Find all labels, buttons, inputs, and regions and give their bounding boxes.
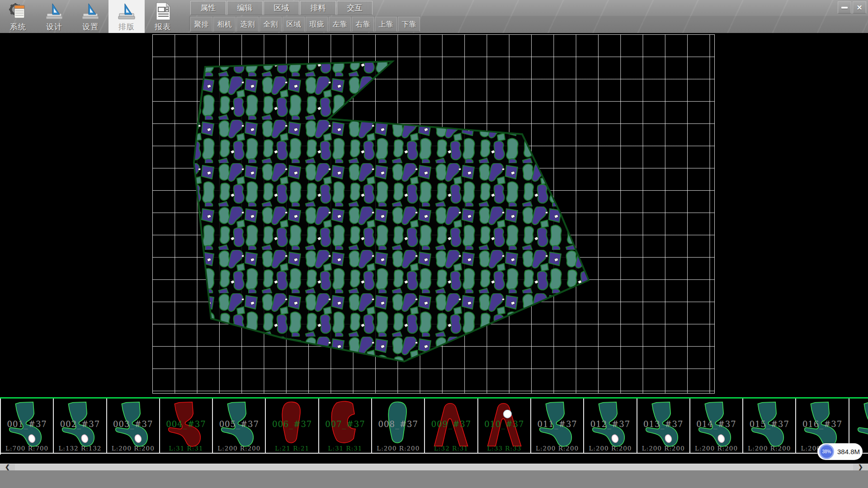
menu-item-交互[interactable]: 交互 — [337, 1, 373, 15]
memory-value: 384.8M — [837, 443, 860, 460]
nesting-canvas[interactable] — [0, 33, 868, 397]
main-button-group: 系统 设计 设置 排版 — [0, 0, 181, 33]
pattern-id: 005_#37 — [213, 419, 265, 429]
tool-button-左靠[interactable]: 左靠 — [329, 17, 351, 32]
tool-button-聚排[interactable]: 聚排 — [190, 17, 212, 32]
close-button[interactable]: ✕ — [853, 1, 866, 14]
toolbar: 系统 设计 设置 排版 — [0, 0, 868, 33]
pattern-lr-count: L:33 R:33 — [478, 445, 530, 452]
set-square-icon — [80, 2, 100, 21]
window-controls: ✕ — [838, 1, 866, 14]
pattern-thumbnail[interactable]: 011_#37 L:200 R:200 — [531, 399, 584, 454]
pattern-lr-count: L:21 R:21 — [266, 445, 318, 452]
pattern-id: 006_#37 — [266, 419, 318, 429]
main-button-报表[interactable]: 报表 — [145, 0, 181, 33]
pattern-id: 015_#37 — [743, 419, 795, 429]
pattern-id: 014_#37 — [690, 419, 742, 429]
pattern-lr-count: L:200 R:200 — [107, 445, 159, 452]
pattern-id: 003_#37 — [107, 419, 159, 429]
pattern-id: 008_#37 — [372, 419, 424, 429]
minimize-button[interactable] — [838, 1, 851, 14]
main-button-设置[interactable]: 设置 — [72, 0, 108, 33]
pattern-id: 013_#37 — [637, 419, 689, 429]
leather-hide[interactable] — [0, 33, 868, 397]
pattern-lr-count: L:31 R:31 — [160, 445, 212, 452]
pattern-id: 010_#37 — [478, 419, 530, 429]
pattern-lr-count: L:32 R:31 — [425, 445, 477, 452]
pattern-thumbnail[interactable]: 005_#37 L:200 R:200 — [213, 399, 266, 454]
main-button-label: 系统 — [10, 22, 26, 32]
set-square-icon — [117, 2, 137, 21]
menu-row-2: 聚排相机选割全割区域瑕疵左靠右靠上靠下靠 — [190, 17, 420, 32]
memory-badge[interactable]: 38% 384.8M — [817, 443, 863, 460]
pattern-lr-count: L:200 R:200 — [531, 445, 583, 452]
scroll-left-arrow[interactable]: ❮ — [0, 464, 15, 471]
tool-button-相机[interactable]: 相机 — [213, 17, 236, 32]
main-button-排版[interactable]: 排版 — [108, 0, 145, 33]
pattern-lr-count: L:200 R:200 — [690, 445, 742, 452]
menu-item-区域[interactable]: 区域 — [264, 1, 299, 15]
hide-pieces — [194, 61, 589, 361]
pattern-lr-count: L:200 R:200 — [743, 445, 795, 452]
pattern-id: 002_#37 — [54, 419, 106, 429]
pattern-id: 007_#37 — [319, 419, 371, 429]
pattern-lr-count: L:200 R:200 — [637, 445, 689, 452]
main-button-label: 排版 — [118, 22, 135, 32]
menu-item-属性[interactable]: 属性 — [190, 1, 226, 15]
menu-item-排料[interactable]: 排料 — [300, 1, 336, 15]
pattern-thumbnail[interactable]: 002_#37 L:132 R:132 — [54, 399, 107, 454]
menu-row-1: 属性编辑区域排料交互 — [190, 1, 373, 15]
main-button-label: 设计 — [46, 22, 62, 32]
gear-doc-icon — [8, 2, 28, 21]
pattern-thumbnail[interactable]: 003_#37 L:200 R:200 — [107, 399, 160, 454]
tool-button-瑕疵[interactable]: 瑕疵 — [306, 17, 328, 32]
pattern-thumbnail[interactable]: 009_#37 L:32 R:31 — [425, 399, 478, 454]
pattern-thumbnail[interactable]: 010_#37 L:33 R:33 — [478, 399, 531, 454]
progress-circle: 38% — [819, 444, 834, 459]
tool-button-区域[interactable]: 区域 — [283, 17, 305, 32]
pattern-thumbnail-strip: 001_#37 L:700 R:700 002_#37 L:132 R:132 … — [0, 399, 868, 455]
main-button-设计[interactable]: 设计 — [36, 0, 72, 33]
horizontal-scrollbar[interactable]: ❮ ❯ — [0, 464, 868, 470]
main-button-label: 报表 — [155, 22, 171, 32]
pattern-lr-count: L:200 R:200 — [213, 445, 265, 452]
tool-button-全割[interactable]: 全割 — [259, 17, 282, 32]
pattern-id: 011_#37 — [531, 419, 583, 429]
set-square-icon — [44, 2, 64, 21]
tool-button-右靠[interactable]: 右靠 — [352, 17, 374, 32]
progress-percent: 38% — [822, 449, 831, 454]
pattern-thumbnail[interactable]: 004_#37 L:31 R:31 — [160, 399, 213, 454]
pattern-thumbnail[interactable]: 007_#37 L:31 R:31 — [319, 399, 372, 454]
tool-button-选割[interactable]: 选割 — [236, 17, 259, 32]
main-button-系统[interactable]: 系统 — [0, 0, 36, 33]
report-doc-icon — [153, 2, 173, 21]
menu-item-编辑[interactable]: 编辑 — [227, 1, 263, 15]
main-button-label: 设置 — [82, 22, 99, 32]
pattern-id: 001_#37 — [1, 419, 53, 429]
scroll-right-arrow[interactable]: ❯ — [853, 464, 868, 471]
pattern-lr-count: L:31 R:31 — [319, 445, 371, 452]
tool-button-上靠[interactable]: 上靠 — [375, 17, 397, 32]
status-bar — [0, 470, 868, 488]
pattern-thumbnail[interactable]: 015_#37 L:200 R:200 — [743, 399, 796, 454]
app-window: { "toolbar": { "main_buttons": [ { "labe… — [0, 0, 868, 488]
pattern-id: 012_#37 — [584, 419, 636, 429]
pattern-thumbnail[interactable]: 006_#37 L:21 R:21 — [266, 399, 319, 454]
pattern-thumbnail[interactable]: 013_#37 L:200 R:200 — [637, 399, 690, 454]
pattern-id: 016_#37 — [796, 419, 848, 429]
pattern-thumbnail[interactable]: 014_#37 L:200 R:200 — [690, 399, 743, 454]
tool-button-下靠[interactable]: 下靠 — [398, 17, 420, 32]
pattern-lr-count: L:132 R:132 — [54, 445, 106, 452]
close-icon: ✕ — [857, 4, 863, 12]
pattern-thumbnail[interactable]: 008_#37 L:200 R:200 — [372, 399, 425, 454]
minimize-icon — [841, 7, 848, 9]
pattern-lr-count: L:200 R:200 — [372, 445, 424, 452]
pattern-id: 0 — [849, 419, 868, 429]
pattern-thumbnail[interactable]: 001_#37 L:700 R:700 — [1, 399, 54, 454]
pattern-id: 009_#37 — [425, 419, 477, 429]
pattern-lr-count: L:200 R:200 — [584, 445, 636, 452]
pattern-thumbnail[interactable]: 012_#37 L:200 R:200 — [584, 399, 637, 454]
pattern-id: 004_#37 — [160, 419, 212, 429]
pattern-lr-count: L:700 R:700 — [1, 445, 53, 452]
